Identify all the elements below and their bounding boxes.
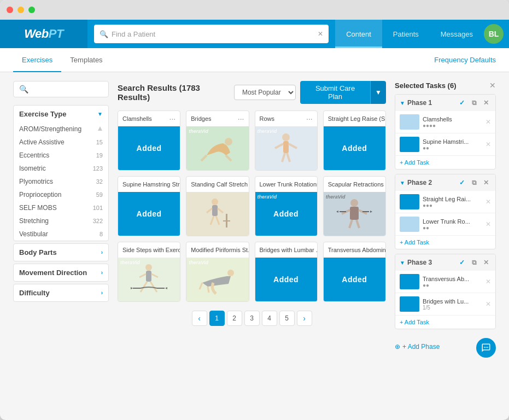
phase-2-check-icon[interactable]: ✓: [457, 178, 467, 188]
exercise-card-piriformis[interactable]: Modified Piriformis St... ··· theraVid: [186, 242, 249, 302]
exercise-card-supine-hamstring[interactable]: Supine Hamstring Str... ··· Added: [118, 176, 180, 236]
phase-3-copy-icon[interactable]: ⧉: [469, 258, 479, 267]
clear-icon[interactable]: ✕: [318, 30, 323, 38]
exercise-card-bridges[interactable]: Bridges ··· theraVid: [186, 110, 249, 171]
search-icon-sm: 🔍: [19, 85, 28, 94]
filter-item-self-mobs[interactable]: SELF MOBS 101: [14, 201, 108, 214]
filter-difficulty-header[interactable]: Difficulty ›: [14, 284, 108, 301]
phase-3-delete-icon[interactable]: ✕: [481, 258, 491, 267]
filter-item-stretching[interactable]: Stretching 322: [14, 214, 108, 228]
avatar[interactable]: BL: [484, 24, 504, 44]
tab-templates[interactable]: Templates: [61, 48, 111, 72]
submit-care-plan-button[interactable]: Submit Care Plan: [300, 81, 370, 104]
svg-marker-0: [98, 126, 102, 131]
filter-item-proprioception[interactable]: Proprioception 59: [14, 188, 108, 201]
phase-3-check-icon[interactable]: ✓: [457, 258, 467, 267]
filter-body-parts: Body Parts ›: [13, 243, 109, 261]
filter-exercise-type-header[interactable]: Exercise Type ▼: [14, 106, 108, 122]
nav-content[interactable]: Content: [335, 20, 382, 48]
add-task-phase3[interactable]: + Add Task: [395, 316, 495, 329]
exercise-card-side-steps[interactable]: Side Steps with Exerc... ··· theraVid: [118, 242, 180, 302]
exercise-card-straight-leg-raise[interactable]: Straight Leg Raise (Sl... ··· Added: [323, 110, 386, 171]
close-dot[interactable]: [7, 7, 13, 13]
svg-line-23: [356, 220, 359, 228]
prev-page-button[interactable]: ‹: [192, 311, 207, 326]
add-task-phase1[interactable]: + Add Task: [395, 156, 495, 169]
sort-select[interactable]: Most Popular: [234, 85, 296, 100]
exercise-card-lower-trunk[interactable]: Lower Trunk Rotations ··· theraVid Added: [255, 176, 318, 236]
filter-item-plyomotrics[interactable]: Plyomotrics 32: [14, 175, 108, 188]
submit-care-plan-arrow[interactable]: ▼: [370, 81, 386, 104]
phase-1-section: ▼ Phase 1 ✓ ⧉ ✕ Clamshells ●●●● ✕: [395, 94, 496, 170]
page-5-button[interactable]: 5: [279, 311, 295, 326]
card-menu-icon[interactable]: ···: [306, 114, 313, 123]
exercise-card-scapular[interactable]: Scapular Retractions ... ··· theraVid: [323, 176, 386, 236]
svg-point-41: [487, 347, 488, 348]
navbar: WebPT 🔍 ✕ Content Patients Messages BL: [0, 20, 509, 48]
patient-search-input[interactable]: [112, 30, 314, 38]
card-image: theraVid: [186, 258, 248, 301]
svg-marker-33: [165, 287, 167, 289]
filter-item-eccentrics[interactable]: Eccentrics 19: [14, 149, 108, 162]
chevron-right-icon-diff: ›: [101, 290, 103, 296]
svg-point-39: [484, 347, 485, 348]
svg-rect-17: [223, 220, 230, 221]
page-4-button[interactable]: 4: [262, 311, 277, 326]
panel-header: Selected Tasks (6) ✕: [395, 81, 496, 90]
task-remove-icon[interactable]: ✕: [485, 198, 491, 206]
svg-line-38: [208, 287, 209, 293]
chat-button[interactable]: [476, 338, 496, 358]
patient-search-bar[interactable]: 🔍 ✕: [94, 25, 329, 43]
panel-close-icon[interactable]: ✕: [489, 81, 496, 90]
filter-movement-direction-header[interactable]: Movement Direction ›: [14, 264, 108, 281]
next-page-button[interactable]: ›: [297, 311, 312, 326]
exercise-figure: [267, 132, 305, 165]
nav-patients[interactable]: Patients: [382, 20, 430, 48]
phase-1-delete-icon[interactable]: ✕: [481, 98, 491, 108]
exercise-card-rows[interactable]: Rows ··· theraVid: [255, 110, 318, 171]
nav-messages[interactable]: Messages: [430, 20, 484, 48]
page-3-button[interactable]: 3: [244, 311, 260, 326]
main-content: 🔍 Exercise Type ▼ AROM/Strengthening Act…: [0, 72, 509, 369]
minimize-dot[interactable]: [17, 7, 24, 13]
svg-line-28: [139, 274, 146, 277]
phase-3-section: ▼ Phase 3 ✓ ⧉ ✕ Transversus Ab... ●●: [395, 254, 496, 329]
page-2-button[interactable]: 2: [227, 311, 242, 326]
task-remove-icon[interactable]: ✕: [485, 141, 491, 148]
card-menu-icon[interactable]: ···: [169, 114, 176, 123]
task-remove-icon[interactable]: ✕: [485, 220, 491, 228]
exercise-card-transversus[interactable]: Transversus Abdomin... ··· Added: [323, 242, 386, 302]
add-phase-container[interactable]: ⊕ + Add Phase: [395, 343, 474, 351]
exercise-search-bar[interactable]: 🔍: [13, 81, 109, 97]
exercise-card-calf-stretch[interactable]: Standing Calf Stretch ... ···: [186, 176, 249, 236]
task-info-trans: Transversus Ab... ●●: [423, 276, 482, 288]
task-clamshells: Clamshells ●●●● ✕: [395, 111, 495, 133]
exercise-card-bridges-lumbar[interactable]: Bridges with Lumbar ... ··· Added: [255, 242, 318, 302]
maximize-dot[interactable]: [28, 7, 35, 13]
tab-exercises[interactable]: Exercises: [13, 48, 61, 72]
card-menu-icon[interactable]: ···: [238, 114, 244, 123]
phase-2-delete-icon[interactable]: ✕: [481, 178, 491, 188]
filter-item-vestibular[interactable]: Vestibular 8: [14, 228, 108, 241]
exercise-card-clamshells[interactable]: Clamshells ··· Added: [118, 110, 180, 171]
filter-item-active-assistive[interactable]: Active Assistive 15: [14, 136, 108, 149]
task-remove-icon[interactable]: ✕: [485, 278, 491, 285]
sidebar: 🔍 Exercise Type ▼ AROM/Strengthening Act…: [13, 81, 109, 360]
filter-item-arom[interactable]: AROM/Strengthening: [14, 122, 108, 136]
filter-body-parts-header[interactable]: Body Parts ›: [14, 244, 108, 261]
add-icon: ⊕: [395, 343, 400, 351]
filter-exercise-type: Exercise Type ▼ AROM/Strengthening Activ…: [13, 105, 109, 241]
card-header: Side Steps with Exerc... ···: [118, 242, 180, 258]
add-task-phase2[interactable]: + Add Task: [395, 236, 495, 249]
card-header: Scapular Retractions ... ···: [324, 177, 385, 192]
exercise-figure: [128, 262, 169, 298]
filter-item-isometric[interactable]: Isometric 123: [14, 162, 108, 175]
phase-1-copy-icon[interactable]: ⧉: [469, 98, 479, 108]
phase-2-copy-icon[interactable]: ⧉: [469, 178, 479, 188]
task-remove-icon[interactable]: ✕: [485, 300, 491, 308]
task-remove-icon[interactable]: ✕: [485, 118, 491, 126]
svg-point-4: [282, 133, 290, 141]
frequency-defaults-link[interactable]: Frequency Defaults: [434, 48, 496, 72]
page-1-button[interactable]: 1: [209, 311, 225, 326]
phase-1-check-icon[interactable]: ✓: [457, 98, 467, 108]
